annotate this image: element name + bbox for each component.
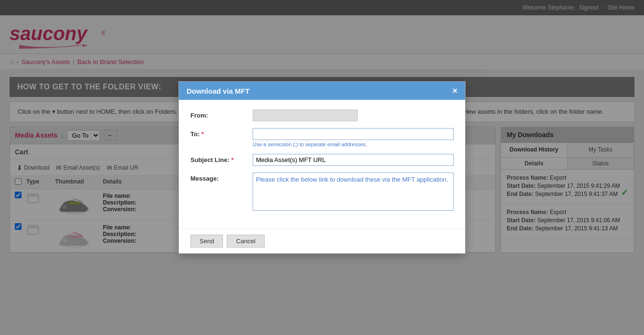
to-label: To: *	[190, 128, 248, 138]
message-textarea[interactable]	[253, 173, 454, 211]
modal-body: From: To: * Use a semicolon (;) to separ…	[179, 100, 465, 228]
modal-title: Download via MFT	[187, 87, 250, 95]
to-row: To: * Use a semicolon (;) to separate em…	[190, 128, 454, 147]
message-row: Message: document.querySelector('[data-n…	[190, 173, 454, 212]
to-required-star: *	[201, 130, 204, 138]
send-button[interactable]: Send	[190, 235, 223, 248]
modal-overlay[interactable]: Download via MFT × From: To: * Use a sem…	[0, 0, 644, 260]
to-input[interactable]	[253, 128, 454, 140]
from-input[interactable]	[253, 109, 358, 121]
modal-download-mft: Download via MFT × From: To: * Use a sem…	[178, 81, 466, 254]
modal-close-button[interactable]: ×	[452, 86, 457, 95]
subject-required-star: *	[231, 156, 233, 163]
message-label: Message:	[190, 173, 248, 182]
to-hint: Use a semicolon (;) to separate email ad…	[253, 141, 454, 147]
modal-header: Download via MFT ×	[179, 82, 465, 100]
subject-input[interactable]	[253, 154, 454, 166]
from-label: From:	[190, 109, 248, 119]
subject-row: Subject Line: * document.querySelector('…	[190, 154, 454, 166]
cancel-button[interactable]: Cancel	[227, 235, 264, 248]
from-row: From:	[190, 109, 454, 121]
modal-footer: Send Cancel	[179, 228, 465, 253]
subject-label: Subject Line: *	[190, 154, 248, 163]
